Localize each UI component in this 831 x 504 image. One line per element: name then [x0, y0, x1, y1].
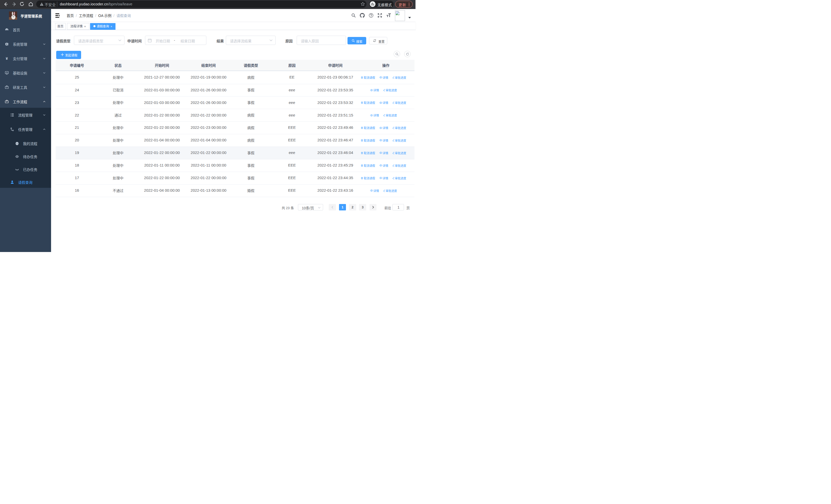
- svg-text:¥: ¥: [6, 56, 8, 60]
